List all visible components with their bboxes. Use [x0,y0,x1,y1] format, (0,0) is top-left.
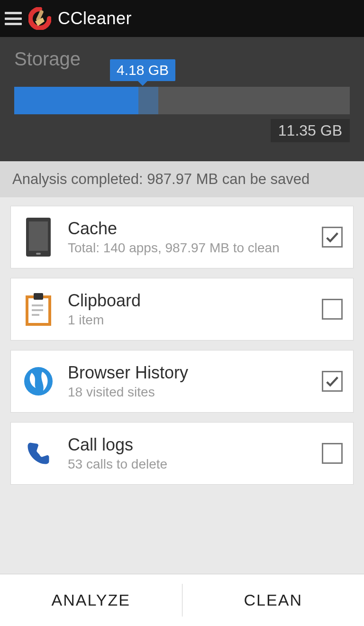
list-item-browser-history[interactable]: Browser History 18 visited sites [10,350,354,413]
item-title: Cache [68,219,309,239]
phone-call-icon [21,434,55,473]
storage-used-badge: 4.18 GB [110,59,175,81]
globe-icon [21,362,55,401]
svg-rect-2 [34,293,43,300]
storage-total: 11.35 GB [14,119,350,142]
app-bar: CCleaner [0,0,364,37]
clean-button[interactable]: CLEAN [182,574,364,626]
storage-bar-extra [138,87,158,114]
clean-items-list: Cache Total: 140 apps, 987.97 MB to clea… [0,197,364,574]
item-checkbox[interactable] [322,443,343,464]
storage-heading: Storage [14,48,350,70]
list-item-cache[interactable]: Cache Total: 140 apps, 987.97 MB to clea… [10,206,354,268]
list-item-clipboard[interactable]: Clipboard 1 item [10,278,354,341]
clipboard-icon [21,290,55,329]
item-title: Call logs [68,435,309,455]
analysis-status: Analysis completed: 987.97 MB can be sav… [0,161,364,197]
menu-icon[interactable] [5,12,22,25]
storage-bar [14,87,350,114]
phone-icon [21,218,55,257]
item-title: Clipboard [68,291,309,311]
storage-total-label: 11.35 GB [271,119,350,142]
item-checkbox[interactable] [322,371,343,392]
item-checkbox[interactable] [322,299,343,320]
app-title: CCleaner [58,9,132,28]
item-title: Browser History [68,363,309,383]
item-checkbox[interactable] [322,227,343,248]
svg-point-6 [24,367,53,396]
item-subtitle: Total: 140 apps, 987.97 MB to clean [68,240,309,256]
item-subtitle: 53 calls to delete [68,457,309,472]
item-subtitle: 18 visited sites [68,385,309,400]
item-subtitle: 1 item [68,313,309,328]
storage-bar-used [14,87,138,114]
app-logo-icon [28,7,51,30]
list-item-call-logs[interactable]: Call logs 53 calls to delete [10,422,354,485]
storage-panel: Storage 4.18 GB 11.35 GB [0,37,364,161]
analyze-button[interactable]: ANALYZE [0,574,182,626]
bottom-action-bar: ANALYZE CLEAN [0,574,364,626]
